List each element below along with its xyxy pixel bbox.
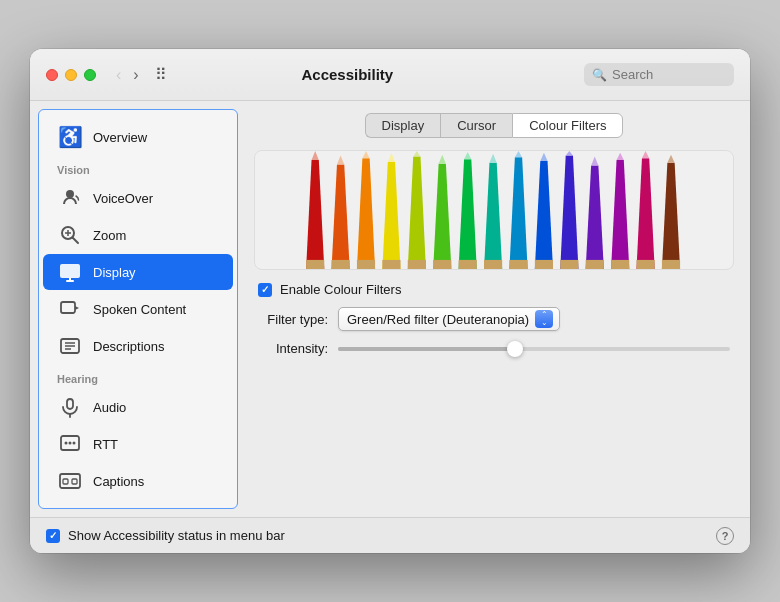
svg-marker-56 [591, 156, 598, 165]
show-status-checkbox[interactable] [46, 529, 60, 543]
svg-rect-30 [357, 260, 375, 269]
svg-marker-41 [464, 152, 471, 159]
pencils-image [255, 151, 733, 269]
voiceover-icon [57, 185, 83, 211]
svg-marker-40 [459, 159, 477, 269]
svg-marker-58 [611, 160, 629, 269]
sidebar-item-label-captions: Captions [93, 474, 144, 489]
svg-rect-33 [382, 260, 400, 269]
svg-point-16 [65, 442, 68, 445]
sidebar-item-label-descriptions: Descriptions [93, 339, 165, 354]
sidebar-item-label-rtt: RTT [93, 437, 118, 452]
rtt-icon [57, 431, 83, 457]
svg-marker-22 [306, 160, 324, 269]
svg-line-2 [73, 238, 79, 244]
sidebar-item-display[interactable]: Display [43, 254, 233, 290]
svg-marker-44 [489, 154, 496, 163]
sidebar-item-label-display: Display [93, 265, 136, 280]
intensity-slider-fill [338, 347, 514, 351]
help-button[interactable]: ? [716, 527, 734, 545]
svg-marker-47 [515, 151, 522, 157]
sidebar-item-label-voiceover: VoiceOver [93, 191, 153, 206]
sidebar-item-overview[interactable]: ♿ Overview [43, 119, 233, 155]
svg-point-0 [66, 190, 74, 198]
svg-rect-57 [586, 260, 604, 269]
filter-type-row: Filter type: Green/Red filter (Deuterano… [258, 307, 730, 331]
svg-rect-27 [332, 260, 350, 269]
filter-select-arrow: ⌃⌄ [535, 310, 553, 328]
sidebar-item-spoken-content[interactable]: Spoken Content [43, 291, 233, 327]
sidebar-item-label-zoom: Zoom [93, 228, 126, 243]
svg-rect-8 [61, 302, 75, 313]
sidebar-item-captions[interactable]: Captions [43, 463, 233, 499]
svg-marker-53 [566, 151, 573, 156]
svg-marker-46 [509, 157, 527, 269]
svg-marker-35 [413, 151, 420, 156]
svg-rect-36 [408, 260, 426, 269]
main-window: ‹ › ⠿ Accessibility 🔍 ♿ Overview Vision [30, 49, 750, 553]
enable-colour-filters-checkbox[interactable] [258, 283, 272, 297]
sidebar-item-rtt[interactable]: RTT [43, 426, 233, 462]
tab-cursor[interactable]: Cursor [440, 113, 512, 138]
traffic-lights [46, 69, 96, 81]
sidebar-item-descriptions[interactable]: Descriptions [43, 328, 233, 364]
svg-rect-5 [60, 264, 80, 278]
sidebar-item-zoom[interactable]: Zoom [43, 217, 233, 253]
sidebar-item-label-overview: Overview [93, 130, 147, 145]
svg-rect-51 [535, 260, 553, 269]
audio-icon [57, 394, 83, 420]
bottom-bar: Show Accessibility status in menu bar ? [30, 517, 750, 553]
tab-display[interactable]: Display [365, 113, 441, 138]
intensity-slider-track[interactable] [338, 347, 730, 351]
svg-marker-32 [388, 153, 395, 162]
minimize-button[interactable] [65, 69, 77, 81]
svg-rect-20 [63, 479, 68, 484]
captions-icon [57, 468, 83, 494]
filter-type-value: Green/Red filter (Deuteranopia) [347, 312, 529, 327]
filter-type-label: Filter type: [258, 312, 328, 327]
chevron-icon: ⌃⌄ [541, 311, 548, 327]
sidebar-item-audio[interactable]: Audio [43, 389, 233, 425]
search-box[interactable]: 🔍 [584, 63, 734, 86]
tab-colour-filters[interactable]: Colour Filters [512, 113, 623, 138]
sidebar-section-vision: Vision [39, 156, 237, 179]
svg-marker-62 [642, 151, 649, 158]
sidebar-item-voiceover[interactable]: VoiceOver [43, 180, 233, 216]
enable-colour-filters-label: Enable Colour Filters [280, 282, 401, 297]
svg-marker-29 [362, 151, 369, 158]
svg-rect-21 [72, 479, 77, 484]
svg-marker-43 [484, 163, 502, 269]
descriptions-icon [57, 333, 83, 359]
svg-marker-59 [617, 153, 624, 160]
titlebar: ‹ › ⠿ Accessibility 🔍 [30, 49, 750, 101]
svg-rect-39 [433, 260, 451, 269]
search-icon: 🔍 [592, 68, 607, 82]
close-button[interactable] [46, 69, 58, 81]
intensity-label: Intensity: [258, 341, 328, 356]
svg-marker-52 [560, 156, 578, 269]
svg-marker-26 [337, 156, 344, 165]
sidebar-section-hearing: Hearing [39, 365, 237, 388]
svg-rect-42 [459, 260, 477, 269]
svg-marker-55 [586, 166, 604, 269]
svg-rect-13 [67, 399, 73, 409]
svg-marker-37 [433, 164, 451, 269]
svg-marker-23 [312, 151, 319, 160]
tab-bar: Display Cursor Colour Filters [254, 113, 734, 138]
svg-rect-24 [306, 260, 324, 269]
enable-filter-row: Enable Colour Filters [258, 282, 730, 297]
sidebar-item-label-audio: Audio [93, 400, 126, 415]
filter-options: Enable Colour Filters Filter type: Green… [254, 282, 734, 356]
svg-rect-48 [509, 260, 527, 269]
svg-rect-63 [637, 260, 655, 269]
search-input[interactable] [612, 67, 726, 82]
svg-rect-66 [662, 260, 680, 269]
sidebar-item-label-spoken-content: Spoken Content [93, 302, 186, 317]
intensity-slider-thumb[interactable] [507, 341, 523, 357]
maximize-button[interactable] [84, 69, 96, 81]
svg-point-17 [69, 442, 72, 445]
svg-rect-54 [560, 260, 578, 269]
filter-type-select[interactable]: Green/Red filter (Deuteranopia) ⌃⌄ [338, 307, 560, 331]
content-area: ♿ Overview Vision VoiceOver [30, 101, 750, 517]
display-icon [57, 259, 83, 285]
